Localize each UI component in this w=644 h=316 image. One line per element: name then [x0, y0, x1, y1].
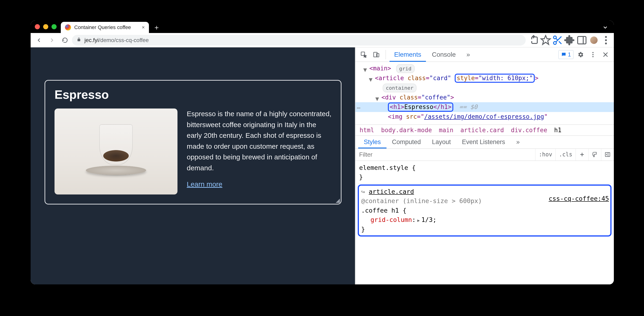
svg-point-16 — [592, 56, 594, 57]
close-tab-button[interactable]: × — [142, 24, 145, 31]
svg-point-10 — [605, 43, 607, 44]
svg-marker-0 — [541, 36, 550, 44]
reload-button[interactable] — [59, 34, 71, 46]
subtab-more[interactable]: » — [510, 135, 525, 148]
dom-actions-icon[interactable]: ⋯ — [357, 103, 360, 113]
hov-toggle[interactable]: :hov — [535, 148, 556, 161]
svg-point-2 — [554, 42, 556, 44]
issues-badge[interactable]: 1 — [558, 50, 574, 59]
styles-tabs: Styles Computed Layout Event Listeners » — [356, 136, 614, 149]
cls-toggle[interactable]: .cls — [556, 148, 576, 161]
svg-point-9 — [605, 39, 607, 41]
browser-tab[interactable]: Container Queries coffee × — [61, 22, 149, 33]
devtools-pane: Elements Console » 1 — [355, 47, 614, 284]
card-title: Espresso — [54, 88, 332, 102]
close-devtools-button[interactable] — [600, 49, 611, 60]
dom-node-main[interactable]: ▼ <main> grid — [356, 64, 614, 73]
favicon-icon — [65, 24, 71, 31]
chrome-menu-button[interactable] — [600, 35, 612, 46]
new-style-rule-button[interactable] — [576, 148, 588, 161]
dom-tree[interactable]: ▼ <main> grid ▼ <article class="card" st… — [356, 62, 614, 124]
dom-node-img[interactable]: <img src="/assets/img/demo/cof-espresso.… — [356, 112, 614, 122]
tabstrip-menu-button[interactable] — [597, 22, 614, 33]
subtab-styles[interactable]: Styles — [358, 135, 386, 148]
svg-point-14 — [592, 52, 594, 53]
crumb-div[interactable]: div.coffee — [511, 127, 547, 134]
sidepanel-button[interactable] — [576, 35, 588, 46]
subtab-layout[interactable]: Layout — [426, 135, 456, 148]
maximize-window-button[interactable] — [52, 24, 56, 29]
crumb-main[interactable]: main — [439, 127, 454, 134]
selected-node-marker: == $0 — [459, 103, 478, 110]
svg-point-15 — [592, 54, 594, 55]
extensions-button[interactable] — [564, 35, 575, 46]
close-window-button[interactable] — [35, 24, 40, 29]
rule-container-query[interactable]: ↪ article.card @container (inline-size >… — [358, 185, 612, 237]
svg-point-8 — [605, 36, 607, 38]
dom-node-h1[interactable]: ⋯ <h1>Espresso</h1> == $0 — [356, 102, 614, 112]
lock-icon — [76, 37, 81, 43]
back-button[interactable] — [33, 34, 45, 46]
container-link[interactable]: article.card — [369, 188, 414, 195]
window-controls — [30, 21, 61, 33]
subtab-computed[interactable]: Computed — [386, 135, 427, 148]
source-link[interactable]: css-cq-coffee:45 — [549, 194, 609, 204]
svg-line-5 — [556, 38, 558, 40]
computed-sidebar-button[interactable] — [601, 148, 614, 161]
container-badge[interactable]: container — [383, 84, 416, 92]
card-text: Espresso is the name of a highly concent… — [187, 108, 332, 188]
bookmark-button[interactable] — [540, 35, 551, 46]
dom-node-div[interactable]: ▼ <div class="coffee"> — [356, 93, 614, 102]
svg-point-1 — [554, 36, 556, 39]
scissors-icon[interactable] — [552, 35, 563, 46]
styles-filter-row: :hov .cls — [356, 149, 614, 161]
crumb-html[interactable]: html — [360, 127, 374, 134]
paint-flash-button[interactable] — [588, 148, 601, 161]
dom-breadcrumb[interactable]: html body.dark-mode main article.card di… — [356, 124, 614, 136]
tab-title: Container Queries coffee — [74, 24, 138, 31]
inspect-button[interactable] — [358, 49, 369, 60]
minimize-window-button[interactable] — [43, 24, 48, 29]
toolbar-separator — [386, 50, 386, 59]
tab-strip: Container Queries coffee × ＋ — [30, 21, 614, 33]
styles-panel[interactable]: element.style { } ↪ article.card @contai… — [356, 161, 614, 284]
dom-badge-row: container — [356, 83, 614, 93]
crumb-h1[interactable]: h1 — [554, 127, 562, 134]
tab-elements[interactable]: Elements — [390, 47, 426, 62]
share-button[interactable] — [528, 35, 539, 46]
tab-more[interactable]: » — [462, 47, 475, 62]
new-tab-button[interactable]: ＋ — [149, 22, 164, 33]
styles-filter-input[interactable] — [356, 151, 535, 158]
url-path: /demo/css-cq-coffee — [98, 37, 149, 43]
crumb-body[interactable]: body.dark-mode — [381, 127, 432, 134]
url-domain: jec.fyi — [84, 37, 98, 43]
coffee-image — [54, 108, 178, 195]
address-bar: jec.fyi/demo/css-cq-coffee — [30, 33, 614, 47]
tab-console[interactable]: Console — [427, 47, 460, 62]
svg-line-4 — [559, 41, 562, 44]
rule-element-style[interactable]: element.style { } — [358, 162, 612, 184]
coffee-card: Espresso Espresso is the name of a highl… — [44, 80, 342, 205]
card-description: Espresso is the name of a highly concent… — [187, 108, 332, 173]
subtab-event-listeners[interactable]: Event Listeners — [456, 135, 510, 148]
addressbar-actions — [526, 35, 612, 46]
resize-handle-icon[interactable] — [336, 199, 340, 203]
device-toggle-button[interactable] — [371, 49, 382, 60]
url-text: jec.fyi/demo/css-cq-coffee — [84, 37, 149, 44]
dom-node-article[interactable]: ▼ <article class="card" style="width: 61… — [356, 73, 614, 83]
omnibox[interactable]: jec.fyi/demo/css-cq-coffee — [72, 35, 526, 46]
crumb-article[interactable]: article.card — [460, 127, 504, 134]
profile-avatar[interactable] — [588, 35, 600, 46]
card-body: Espresso is the name of a highly concent… — [54, 108, 332, 195]
page-viewport: Espresso Espresso is the name of a highl… — [30, 47, 355, 284]
devtools-menu-button[interactable] — [588, 49, 598, 60]
devtools-toolbar: Elements Console » 1 — [356, 47, 614, 62]
content-row: Espresso Espresso is the name of a highl… — [30, 47, 614, 284]
learn-more-link[interactable]: Learn more — [187, 180, 332, 188]
issues-count: 1 — [568, 51, 571, 58]
forward-button[interactable] — [46, 34, 58, 46]
grid-badge[interactable]: grid — [396, 64, 414, 73]
svg-rect-6 — [578, 37, 586, 44]
settings-button[interactable] — [575, 49, 586, 60]
chrome-window: Container Queries coffee × ＋ jec.fyi/dem… — [30, 21, 614, 284]
